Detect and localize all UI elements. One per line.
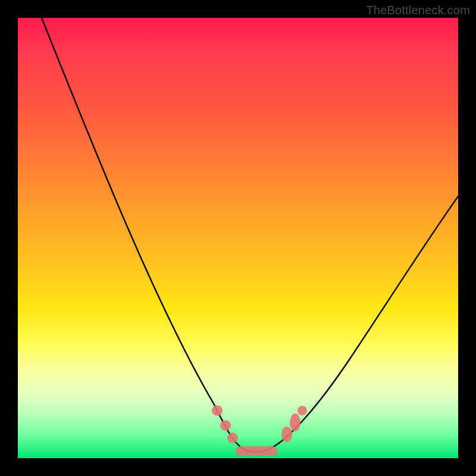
marker-dot (212, 405, 223, 416)
plot-area (18, 18, 458, 458)
bottleneck-curve-svg (18, 18, 458, 458)
marker-flat-bottom (236, 446, 277, 456)
marker-dot (298, 406, 307, 415)
marker-dot (227, 433, 238, 443)
marker-dot (281, 427, 292, 442)
marker-dot (220, 420, 231, 431)
chart-frame: TheBottleneck.com (0, 0, 476, 476)
marker-dot (290, 414, 300, 431)
bottleneck-curve (42, 18, 458, 452)
watermark-text: TheBottleneck.com (366, 4, 470, 17)
